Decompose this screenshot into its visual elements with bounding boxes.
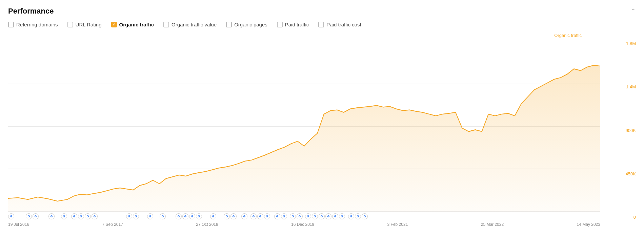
x-label-1: 7 Sep 2017 <box>102 222 123 227</box>
g-icon: G <box>71 213 77 219</box>
g-icon: G <box>332 213 338 219</box>
checkbox-organic-traffic-value[interactable] <box>163 22 169 27</box>
g-icon: G <box>281 213 287 219</box>
chart-svg <box>8 41 600 212</box>
checkbox-url-rating[interactable] <box>67 22 73 27</box>
g-icon: G <box>160 213 166 219</box>
g-icon: G <box>92 213 98 219</box>
g-icon: G <box>126 213 132 219</box>
g-icon: G <box>61 213 67 219</box>
legend-item-organic-traffic-value[interactable]: Organic traffic value <box>163 22 217 27</box>
g-icon: G <box>182 213 188 219</box>
x-label-3: 16 Dec 2019 <box>291 222 314 227</box>
chart-svg-container <box>8 41 600 212</box>
g-icon: G <box>250 213 257 219</box>
legend-label-organic-traffic-value: Organic traffic value <box>172 22 217 27</box>
x-label-2: 27 Oct 2018 <box>196 222 218 227</box>
checkbox-organic-pages[interactable] <box>226 22 232 27</box>
panel-title: Performance <box>8 7 54 16</box>
legend-item-paid-traffic-cost[interactable]: Paid traffic cost <box>318 22 361 27</box>
y-label-4: 450K <box>626 171 636 176</box>
organic-traffic-axis-label: Organic traffic <box>554 33 582 38</box>
g-icon: G <box>48 213 55 219</box>
x-label-0: 19 Jul 2016 <box>8 222 29 227</box>
legend-label-organic-pages: Organic pages <box>234 22 267 27</box>
g-icon: G <box>85 213 91 219</box>
g-icon: G <box>339 213 345 219</box>
g-icon: G <box>210 213 216 219</box>
g-icon: G <box>230 213 237 219</box>
chart-inner: Organic traffic <box>8 33 600 234</box>
checkbox-referring-domains[interactable] <box>8 22 14 27</box>
panel-header: Performance ⌃ <box>8 7 636 16</box>
performance-panel: Performance ⌃ Referring domainsURL Ratin… <box>0 0 644 237</box>
legend-label-paid-traffic-cost: Paid traffic cost <box>326 22 361 27</box>
legend-item-organic-pages[interactable]: Organic pages <box>226 22 267 27</box>
g-icon: G <box>297 213 303 219</box>
g-icon: G <box>196 213 202 219</box>
g-icon: G <box>257 213 263 219</box>
g-icon: G <box>325 213 331 219</box>
x-label-6: 14 May 2023 <box>577 222 600 227</box>
legend-item-paid-traffic[interactable]: Paid traffic <box>277 22 309 27</box>
checkbox-paid-traffic-cost[interactable] <box>318 22 324 27</box>
legend-label-paid-traffic: Paid traffic <box>285 22 309 27</box>
g-icon: G <box>189 213 195 219</box>
g-icon: G <box>290 213 296 219</box>
g-icon: G <box>241 213 247 219</box>
g-icon: G <box>147 213 153 219</box>
legend-label-referring-domains: Referring domains <box>16 22 58 27</box>
legend-item-referring-domains[interactable]: Referring domains <box>8 22 58 27</box>
g-icon: G <box>319 213 325 219</box>
g-icon: G <box>362 213 368 219</box>
x-axis: 19 Jul 2016 7 Sep 2017 27 Oct 2018 16 De… <box>8 222 600 227</box>
x-label-4: 3 Feb 2021 <box>387 222 408 227</box>
chart-area: Organic traffic <box>8 33 636 234</box>
collapse-button[interactable]: ⌃ <box>631 7 636 15</box>
legend-item-url-rating[interactable]: URL Rating <box>67 22 102 27</box>
y-axis: 1.8M 1.4M 900K 450K 0 <box>619 41 636 220</box>
g-icon: G <box>26 213 32 219</box>
checkbox-organic-traffic[interactable] <box>111 22 117 27</box>
chart-fill <box>8 65 600 212</box>
g-icon: G <box>355 213 361 219</box>
g-icon: G <box>176 213 182 219</box>
g-icon: G <box>305 213 311 219</box>
g-icon: G <box>348 213 354 219</box>
y-label-0: 0 <box>633 215 636 220</box>
g-icon: G <box>33 213 39 219</box>
legend-item-organic-traffic[interactable]: Organic traffic <box>111 22 154 27</box>
g-icon: G <box>264 213 270 219</box>
g-icon: G <box>224 213 230 219</box>
checkbox-paid-traffic[interactable] <box>277 22 283 27</box>
y-label-3: 900K <box>626 128 636 133</box>
legend-label-url-rating: URL Rating <box>76 22 102 27</box>
y-label-1: 1.8M <box>626 41 636 46</box>
g-icon: G <box>78 213 84 219</box>
legend-row: Referring domainsURL RatingOrganic traff… <box>8 22 636 27</box>
g-icon: G <box>312 213 318 219</box>
g-icon: G <box>133 213 139 219</box>
g-icon: G <box>274 213 280 219</box>
y-label-2: 1.4M <box>626 84 636 89</box>
g-icon: G <box>8 213 14 219</box>
event-icons-row: G G G G G G G G G G G G G <box>8 213 600 219</box>
x-label-5: 25 Mar 2022 <box>481 222 504 227</box>
legend-label-organic-traffic: Organic traffic <box>119 22 154 27</box>
